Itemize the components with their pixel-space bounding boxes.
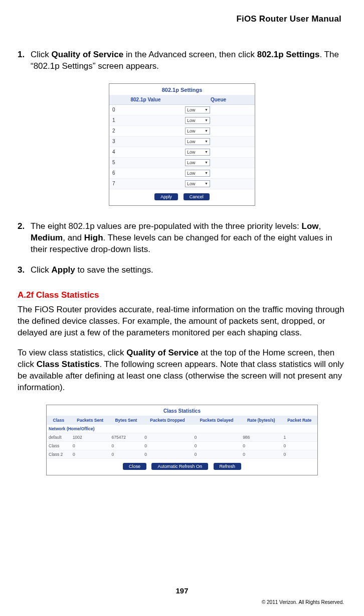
step-1-pre: Click: [31, 50, 52, 59]
cell: 0: [110, 450, 143, 459]
fig-8021p-table: 802.1p Value Queue 0Low▼ 1Low▼ 2Low▼ 3Lo…: [109, 95, 255, 189]
figstats-title: Class Statistics: [47, 405, 317, 416]
fig-8021p-col-value: 802.1p Value: [109, 95, 182, 105]
figstats-col-class: Class: [47, 416, 71, 425]
queue-select-2-label: Low: [187, 129, 196, 134]
cell: 0: [110, 442, 143, 450]
step-3-pre: Click: [31, 265, 52, 275]
cell: 675472: [110, 433, 143, 442]
class-statistics-para-2: To view class statistics, click Quality …: [18, 347, 346, 394]
queue-select-7-label: Low: [187, 181, 196, 186]
queue-select-7[interactable]: Low▼: [185, 180, 210, 187]
fig-8021p-title: 802.1p Settings: [109, 84, 255, 95]
step-3-text: Click Apply to save the settings.: [31, 265, 346, 276]
fig-8021p-row-val: 6: [109, 168, 182, 178]
cell: 0: [193, 433, 241, 442]
step-2-sep1: ,: [319, 221, 321, 231]
auto-refresh-button[interactable]: Automatic Refresh On: [151, 463, 208, 470]
queue-select-6-label: Low: [187, 171, 196, 176]
footer-copyright: © 2011 Verizon. All Rights Reserved.: [262, 599, 344, 605]
fig-8021p-row-val: 2: [109, 126, 182, 136]
step-2-bold-medium: Medium: [31, 233, 63, 242]
queue-select-0[interactable]: Low▼: [185, 106, 210, 113]
cell: 1002: [71, 433, 110, 442]
figstats-col-packets-sent: Packets Sent: [71, 416, 110, 425]
step-2-number: 2.: [18, 221, 31, 256]
chevron-down-icon: ▼: [205, 108, 208, 111]
cell: 0: [193, 450, 241, 459]
figure-class-statistics: Class Statistics Class Packets Sent Byte…: [18, 405, 346, 475]
step-2-sep2: , and: [63, 233, 84, 242]
table-row: Class 2 0 0 0 0 0 0: [47, 450, 317, 459]
figstats-col-packet-rate: Packet Rate: [282, 416, 317, 425]
step-2-bold-high: High: [84, 233, 103, 242]
queue-select-5-label: Low: [187, 160, 196, 165]
refresh-button[interactable]: Refresh: [214, 463, 242, 470]
page-number: 197: [0, 586, 364, 595]
step-1: 1. Click Quality of Service in the Advan…: [18, 49, 346, 72]
step-3-bold-apply: Apply: [52, 265, 75, 275]
cell: 0: [241, 442, 281, 450]
fig-8021p-row-val: 5: [109, 157, 182, 168]
cell: 0: [142, 442, 192, 450]
step-1-bold-qos: Quality of Service: [52, 50, 124, 59]
cell: 0: [142, 433, 192, 442]
cell: 0: [142, 450, 192, 459]
step-1-number: 1.: [18, 49, 31, 72]
queue-select-1[interactable]: Low▼: [185, 117, 210, 124]
fig-8021p-col-queue: Queue: [182, 95, 255, 105]
queue-select-2[interactable]: Low▼: [185, 128, 210, 135]
close-button[interactable]: Close: [123, 463, 146, 470]
cell: default: [47, 433, 71, 442]
p2-pre: To view class statistics, click: [18, 348, 126, 357]
p2-bold-classstats: Class Statistics: [37, 359, 100, 369]
table-row: Class 0 0 0 0 0 0: [47, 442, 317, 450]
step-1-text: Click Quality of Service in the Advanced…: [31, 49, 346, 72]
class-statistics-para-1: The FiOS Router provides accurate, real-…: [18, 304, 346, 339]
step-1-bold-8021p: 802.1p Settings: [257, 50, 320, 59]
step-2-bold-low: Low: [302, 221, 319, 231]
table-row: default 1002 675472 0 0 986 1: [47, 433, 317, 442]
chevron-down-icon: ▼: [205, 129, 208, 133]
section-heading-class-statistics: A.2f Class Statistics: [18, 290, 346, 300]
fig-8021p-row-val: 7: [109, 178, 182, 189]
queue-select-0-label: Low: [187, 107, 196, 112]
apply-button[interactable]: Apply: [154, 193, 178, 200]
cell: 0: [193, 442, 241, 450]
queue-select-5[interactable]: Low▼: [185, 159, 210, 166]
figure-8021p-settings: 802.1p Settings 802.1p Value Queue 0Low▼…: [18, 83, 346, 206]
chevron-down-icon: ▼: [205, 150, 208, 154]
chevron-down-icon: ▼: [205, 118, 208, 122]
figstats-col-bytes-sent: Bytes Sent: [110, 416, 143, 425]
p2-bold-qos: Quality of Service: [126, 348, 199, 357]
figstats-table: Class Packets Sent Bytes Sent Packets Dr…: [47, 416, 317, 459]
figstats-col-packets-dropped: Packets Dropped: [142, 416, 192, 425]
cell: 0: [241, 450, 281, 459]
queue-select-1-label: Low: [187, 118, 196, 123]
step-2-pre: The eight 802.1p values are pre-populate…: [31, 221, 302, 231]
cancel-button[interactable]: Cancel: [184, 193, 210, 200]
queue-select-3[interactable]: Low▼: [185, 138, 210, 145]
step-1-mid: in the Advanced screen, then click: [123, 50, 257, 59]
fig-8021p-row-val: 4: [109, 147, 182, 157]
figstats-col-packets-delayed: Packets Delayed: [193, 416, 241, 425]
chevron-down-icon: ▼: [205, 140, 208, 143]
fig-8021p-row-val: 3: [109, 136, 182, 147]
queue-select-6[interactable]: Low▼: [185, 170, 210, 177]
cell: 986: [241, 433, 281, 442]
cell: 0: [282, 442, 317, 450]
cell: 1: [282, 433, 317, 442]
step-2-text: The eight 802.1p values are pre-populate…: [31, 221, 346, 256]
queue-select-4-label: Low: [187, 150, 196, 155]
fig-8021p-row-val: 1: [109, 115, 182, 126]
step-2: 2. The eight 802.1p values are pre-popul…: [18, 221, 346, 256]
queue-select-3-label: Low: [187, 139, 196, 144]
figstats-col-rate: Rate (bytes/s): [241, 416, 281, 425]
page-header-title: FiOS Router User Manual: [18, 0, 346, 24]
queue-select-4[interactable]: Low▼: [185, 149, 210, 156]
cell: 0: [71, 450, 110, 459]
chevron-down-icon: ▼: [205, 171, 208, 175]
figstats-network-row: Network (Home/Office): [47, 425, 317, 433]
step-3-post: to save the settings.: [75, 265, 153, 275]
cell: Class 2: [47, 450, 71, 459]
